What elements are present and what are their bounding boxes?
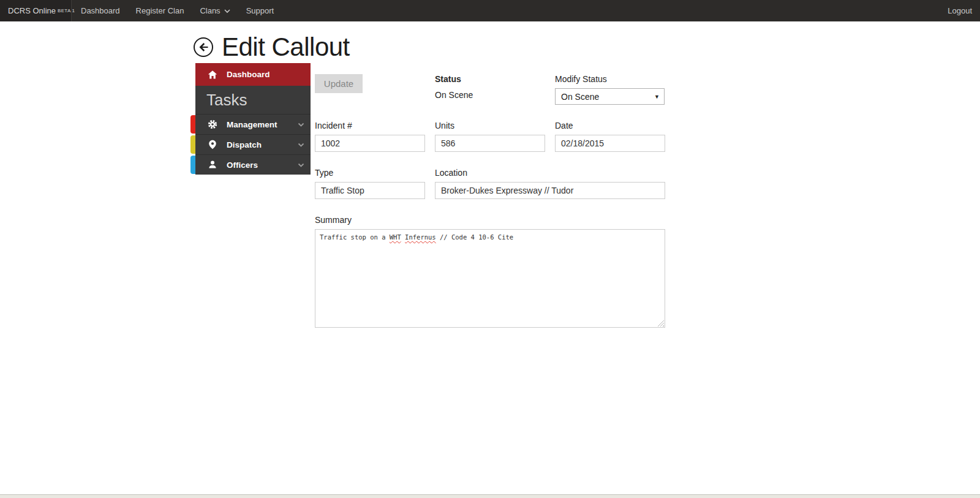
logout-link[interactable]: Logout [940,0,980,21]
nav-link-label: Support [246,6,274,15]
status-cell: Status On Scene [435,74,545,105]
page-title: Edit Callout [222,32,350,62]
sidebar-item-label: Officers [227,160,258,170]
sidebar-section-header: Tasks [195,86,311,114]
brand[interactable]: DCRS OnlineBETA 1 [0,0,72,21]
chevron-down-icon [298,122,304,127]
status-value: On Scene [435,90,545,100]
date-field: Date [555,121,665,152]
back-icon[interactable] [193,37,214,58]
date-label: Date [555,121,665,130]
location-field: Location [435,168,665,199]
update-button[interactable]: Update [315,74,363,93]
nav-link-label: Register Clan [136,6,184,15]
date-input[interactable] [555,135,665,152]
sidebar-item-management[interactable]: Management [195,114,311,134]
location-input[interactable] [435,182,665,199]
type-label: Type [315,168,425,178]
logout-label: Logout [948,6,972,15]
summary-label: Summary [315,215,665,225]
top-navbar: DCRS OnlineBETA 1 Dashboard Register Cla… [0,0,980,21]
sidebar-item-dispatch[interactable]: Dispatch [195,134,311,154]
status-label: Status [435,74,545,84]
sidebar-item-label: Management [227,120,277,129]
nav-link-label: Dashboard [81,6,120,15]
person-icon [208,160,217,170]
summary-textbox[interactable]: Traffic stop on a WHT Infernus // Code 4… [315,229,665,328]
chevron-down-icon [298,162,304,168]
modify-status-cell: Modify Status On Scene ▼ [555,74,665,105]
type-field: Type [315,168,425,199]
sidebar-item-officers[interactable]: Officers [195,154,311,175]
footer-strip [0,494,980,498]
officers-color-tab [190,156,195,174]
sidebar: Dashboard Tasks Management [195,63,311,175]
dispatch-color-tab [190,135,195,154]
modify-status-select[interactable]: On Scene [555,88,665,105]
units-input[interactable] [435,135,545,152]
nav-link-clans[interactable]: Clans [192,0,238,21]
management-color-tab [190,115,195,134]
nav-spacer [282,0,940,21]
edit-callout-form: Update Status On Scene Modify Status On … [315,63,665,328]
units-field: Units [435,121,545,152]
sidebar-item-label: Dashboard [227,70,270,79]
map-pin-icon [208,140,217,149]
form-row-status: Update Status On Scene Modify Status On … [315,74,665,105]
sidebar-item-label: Dispatch [227,140,262,149]
content: Dashboard Tasks Management [195,63,980,328]
incident-input[interactable] [315,135,425,152]
nav-link-support[interactable]: Support [238,0,282,21]
nav-link-register-clan[interactable]: Register Clan [128,0,192,21]
nav-links: Dashboard Register Clan Clans Support [73,0,282,21]
incident-field: Incident # [315,121,425,152]
form-row-type-location: Type Location [315,168,665,199]
location-label: Location [435,168,665,178]
nav-link-label: Clans [200,6,220,15]
summary-field: Summary Traffic stop on a WHT Infernus /… [315,215,665,328]
chevron-down-icon [224,9,230,13]
type-input[interactable] [315,182,425,199]
modify-status-label: Modify Status [555,74,665,84]
nav-link-dashboard[interactable]: Dashboard [73,0,128,21]
chevron-down-icon [298,142,304,148]
page-heading: Edit Callout [193,31,980,63]
brand-name: DCRS Online [8,6,56,15]
home-icon [208,70,217,80]
form-row-incident: Incident # Units Date [315,121,665,152]
units-label: Units [435,121,545,130]
update-cell: Update [315,74,425,105]
sidebar-item-dashboard[interactable]: Dashboard [195,63,311,86]
incident-label: Incident # [315,121,425,130]
gear-icon [208,119,217,129]
